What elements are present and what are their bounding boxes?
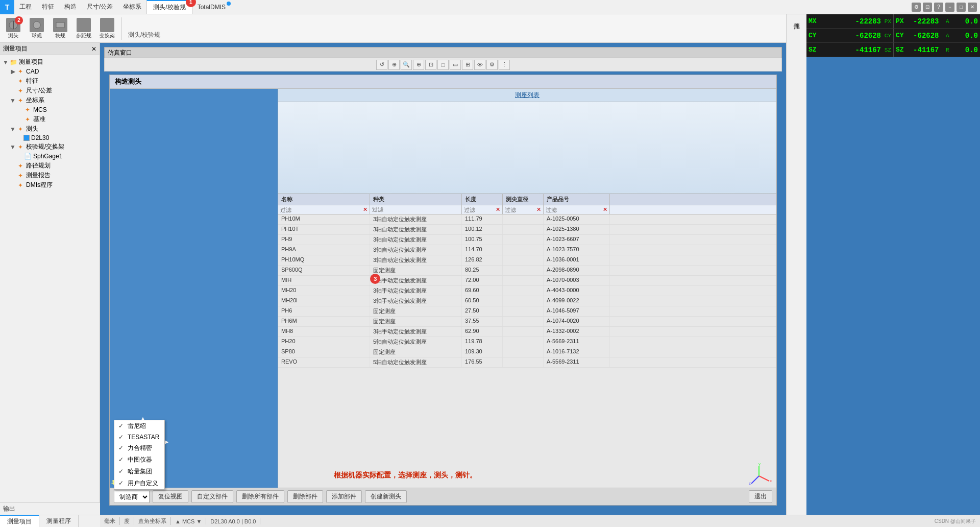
tree-report[interactable]: ✦ 测量报告 (0, 171, 100, 180)
tree-dimension[interactable]: ✦ 尺寸/公差 (0, 86, 100, 95)
close-icon[interactable]: ✕ (968, 3, 977, 12)
table-row[interactable]: MH8 3轴手动定位触发测座 62.90 A-1332-0002 (278, 327, 776, 337)
sim-view-icon[interactable]: □ (437, 60, 449, 70)
tab-measurement-items[interactable]: 测量项目 (0, 515, 39, 527)
table-row[interactable]: PH6 固定测座 27.50 A-1046-5097 (278, 306, 776, 317)
dropdown-item-lihe[interactable]: ✓力合精密 (114, 442, 164, 454)
manufacturer-select[interactable]: 制造商 (114, 491, 150, 503)
dropdown-item-custom[interactable]: ✓用户自定义 (114, 477, 164, 489)
th-name: 名称 (278, 194, 370, 205)
btn-delete-all[interactable]: 删除所有部件 (236, 490, 284, 503)
btn-add-part[interactable]: 添加部件 (326, 490, 362, 503)
sim-select-icon[interactable]: ▭ (450, 60, 461, 70)
tree-calib[interactable]: ▼ ✦ 校验规/交换架 (0, 142, 100, 152)
folder-icon: 📁 (9, 58, 17, 66)
filter-product-input[interactable] (546, 207, 602, 213)
btn-delete-part[interactable]: 删除部件 (287, 490, 323, 503)
probe-list-title[interactable]: 测座列表 (278, 89, 776, 102)
tool-rack[interactable]: 交换架 (96, 16, 118, 41)
sim-zoom-icon[interactable]: 🔍 (401, 60, 412, 70)
filter-name-clear[interactable]: ✕ (363, 206, 368, 213)
tree-expand-calib[interactable]: ▼ (9, 143, 16, 151)
sim-eye-icon[interactable]: 👁 (474, 60, 485, 70)
btn-reset-view[interactable]: 复位视图 (153, 490, 188, 503)
tree-sphgage[interactable]: 📄 SphGage1 (0, 152, 100, 161)
tool-step[interactable]: 步距规 (72, 16, 95, 41)
dropdown-item-zhongtou[interactable]: ✓中图仪器 (114, 454, 164, 466)
dropdown-item-haliang[interactable]: ✓哈量集团 (114, 466, 164, 477)
dropdown-container: 制造商 ✓雷尼绍 ✓TESASTAR ✓力合精密 (114, 491, 150, 503)
tree-expand-cad[interactable]: ▶ (9, 68, 16, 75)
network-icon[interactable]: ⊡ (923, 3, 932, 12)
checkbox-d2l30[interactable] (23, 135, 30, 141)
sim-extra-icon[interactable]: ⋮ (499, 60, 510, 70)
menu-dimension[interactable]: 尺寸/公差 (82, 1, 118, 13)
sim-config-icon[interactable]: ⚙ (486, 60, 498, 70)
minimize-icon[interactable]: － (945, 3, 954, 12)
table-row[interactable]: PH6M 固定测座 37.55 A-1074-0020 (278, 317, 776, 327)
left-panel-collapse[interactable]: ✕ (91, 45, 96, 53)
tree-expand-probe[interactable]: ▼ (9, 126, 16, 133)
filter-length-input[interactable] (464, 207, 495, 213)
sim-fit-icon[interactable]: ⊡ (425, 60, 436, 70)
tree-cad[interactable]: ▶ ✦ CAD (0, 67, 100, 76)
sim-pointer-icon[interactable]: ⊕ (388, 60, 400, 70)
table-row[interactable]: PH10M 3轴自动定位触发测座 111.79 A-1025-0050 (278, 214, 776, 225)
sim-pan-icon[interactable]: ⊕ (413, 60, 424, 70)
table-row[interactable]: SP600Q 固定测座 80.25 A-2098-0890 (278, 266, 776, 276)
tool-block-label: 块规 (55, 32, 65, 39)
menu-coordinate[interactable]: 坐标系 (118, 1, 146, 13)
table-row[interactable]: MH20 3轴手动定位触发测座 69.60 A-4043-0000 (278, 286, 776, 296)
filter-diameter-clear[interactable]: ✕ (536, 206, 541, 213)
menu-construct[interactable]: 构造 (59, 1, 82, 13)
filter-name-input[interactable] (280, 207, 362, 213)
tree-coord[interactable]: ▼ ✦ 坐标系 (0, 95, 100, 105)
td-name: PH6 (278, 306, 370, 316)
table-row[interactable]: SP80 固定测座 109.30 A-1016-7132 (278, 347, 776, 357)
tab-measurement-program[interactable]: 测量程序 (39, 515, 79, 527)
td-product: A-5569-2311 (544, 357, 610, 367)
table-row[interactable]: PH10MQ 3轴自动定位触发测座 126.82 A-1036-0001 (278, 255, 776, 266)
menu-totaldmis[interactable]: TotalDMIS (192, 2, 231, 13)
tool-block[interactable]: 块规 (49, 16, 71, 41)
tool-probe[interactable]: 测头 2 (2, 16, 24, 41)
tool-ball[interactable]: 球规 (26, 16, 48, 41)
tree-datum[interactable]: ✦ 基准 (0, 114, 100, 124)
tree-probe[interactable]: ▼ ✦ 测头 (0, 124, 100, 134)
filter-product-clear[interactable]: ✕ (603, 206, 607, 213)
sim-refresh-icon[interactable]: ↺ (376, 60, 387, 70)
table-row[interactable]: MH20i 3轴手动定位触发测座 60.50 A-4099-0022 (278, 296, 776, 306)
filter-type-input[interactable] (372, 206, 459, 212)
filter-length-clear[interactable]: ✕ (496, 206, 500, 213)
tree-path[interactable]: ✦ 路径规划 (0, 161, 100, 171)
table-row[interactable]: MIH 3轴手动定位触发测座 72.00 A-1070-0003 (278, 276, 776, 286)
tree-feature[interactable]: ✦ 特征 (0, 76, 100, 86)
maximize-icon[interactable]: □ (957, 3, 966, 12)
menu-feature[interactable]: 特征 (37, 1, 59, 13)
table-row[interactable]: PH10T 3轴自动定位触发测座 100.12 A-1025-1380 (278, 225, 776, 235)
table-row[interactable]: PH20 5轴自动定位触发测座 119.78 A-5669-2311 (278, 337, 776, 347)
tree-expand-root[interactable]: ▼ (2, 59, 9, 66)
tree-mcs[interactable]: ✦ MCS (0, 105, 100, 114)
menu-probe[interactable]: 测头/校验规 1 (146, 0, 192, 14)
menu-engineering[interactable]: 工程 (14, 1, 37, 13)
table-row[interactable]: REVO 5轴自动定位触发测座 176.55 A-5569-2311 (278, 357, 776, 368)
table-row[interactable]: PH9 3轴自动定位触发测座 100.75 A-1023-6607 (278, 235, 776, 245)
sim-measure-icon[interactable]: ⊞ (462, 60, 473, 70)
table-row[interactable]: PH9A 3轴自动定位触发测座 114.70 A-1023-7570 (278, 245, 776, 255)
tree-dmis[interactable]: ✦ DMIs程序 (0, 180, 100, 190)
filter-diameter-input[interactable] (505, 207, 535, 213)
tree-root[interactable]: ▼ 📁 测量项目 (0, 57, 100, 67)
dropdown-item-renishaw[interactable]: ✓雷尼绍 (114, 420, 164, 432)
output-panel[interactable]: 输出 (0, 502, 100, 515)
tree-d2l30[interactable]: D2L30 (0, 134, 100, 142)
btn-exit[interactable]: 退出 (749, 490, 772, 503)
tree-expand-dim[interactable] (9, 87, 16, 94)
tree-expand-coord[interactable]: ▼ (9, 97, 16, 104)
btn-custom-part[interactable]: 自定义部件 (191, 490, 233, 503)
dropdown-item-tesastar[interactable]: ✓TESASTAR (114, 432, 164, 442)
help-icon[interactable]: ? (934, 3, 943, 12)
tree-expand-feature[interactable] (9, 78, 16, 85)
settings-icon[interactable]: ⚙ (912, 3, 921, 12)
btn-create-probe[interactable]: 创建新测头 (365, 490, 407, 503)
